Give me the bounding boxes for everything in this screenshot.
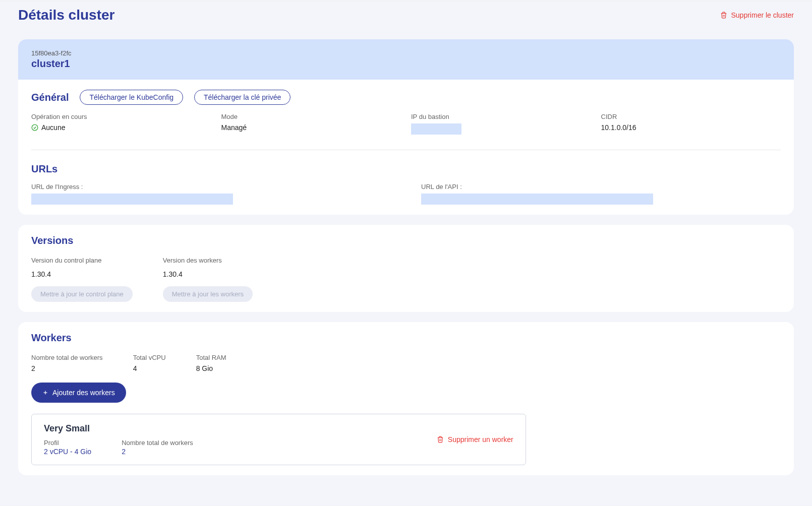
ingress-url-label: URL de l'Ingress : (31, 183, 391, 191)
bastion-ip-redacted (411, 123, 461, 135)
worker-type-card: Very Small Profil 2 vCPU - 4 Gio Nombre … (31, 414, 526, 465)
check-circle-icon (31, 124, 38, 131)
general-section: Général Télécharger le KubeConfig Téléch… (18, 80, 794, 147)
cluster-id: 15f80ea3-f2fc (31, 49, 781, 57)
mode-label: Mode (221, 113, 401, 120)
workers-version-label: Version des workers (163, 257, 253, 264)
trash-icon (720, 12, 727, 19)
plus-icon (42, 390, 48, 396)
worker-profile-label: Profil (44, 439, 91, 447)
total-workers-label: Nombre total de workers (31, 354, 103, 361)
cluster-header: 15f80ea3-f2fc cluster1 (18, 39, 794, 80)
bastion-ip-label: IP du bastion (411, 113, 591, 120)
delete-worker-label: Supprimer un worker (448, 435, 513, 444)
api-url-label: URL de l'API : (421, 183, 781, 191)
delete-cluster-button[interactable]: Supprimer le cluster (720, 11, 794, 19)
worker-type-name: Very Small (44, 423, 193, 434)
delete-worker-button[interactable]: Supprimer un worker (437, 435, 513, 444)
add-workers-button[interactable]: Ajouter des workers (31, 383, 126, 403)
versions-card: Versions Version du control plane 1.30.4… (18, 225, 794, 312)
worker-profile-value: 2 vCPU - 4 Gio (44, 448, 91, 456)
download-kubeconfig-button[interactable]: Télécharger le KubeConfig (80, 90, 183, 105)
svg-point-0 (32, 124, 38, 131)
workers-card: Workers Nombre total de workers 2 Total … (18, 322, 794, 475)
worker-count-value: 2 (122, 448, 193, 456)
urls-title: URLs (31, 163, 781, 175)
update-control-plane-button: Mettre à jour le control plane (31, 286, 133, 302)
add-workers-label: Ajouter des workers (52, 389, 115, 397)
ingress-url-redacted (31, 194, 233, 205)
cluster-detail-card: 15f80ea3-f2fc cluster1 Général Télécharg… (18, 39, 794, 215)
total-ram-value: 8 Gio (196, 364, 226, 372)
total-workers-value: 2 (31, 364, 103, 372)
general-title: Général (31, 92, 69, 103)
page-title: Détails cluster (18, 7, 114, 23)
trash-icon (437, 436, 444, 443)
total-vcpu-label: Total vCPU (133, 354, 166, 361)
urls-section: URLs URL de l'Ingress : URL de l'API : (18, 153, 794, 215)
worker-count-label: Nombre total de workers (122, 439, 193, 447)
operation-label: Opération en cours (31, 113, 211, 120)
total-vcpu-value: 4 (133, 364, 166, 372)
total-ram-label: Total RAM (196, 354, 226, 361)
update-workers-button: Mettre à jour les workers (163, 286, 253, 302)
cidr-label: CIDR (601, 113, 781, 120)
versions-title: Versions (31, 235, 781, 246)
control-plane-version-value: 1.30.4 (31, 270, 133, 278)
mode-value: Managé (221, 123, 401, 132)
control-plane-version-label: Version du control plane (31, 257, 133, 264)
workers-version-value: 1.30.4 (163, 270, 253, 278)
workers-title: Workers (31, 332, 781, 344)
delete-cluster-label: Supprimer le cluster (731, 11, 794, 19)
download-private-key-button[interactable]: Télécharger la clé privée (194, 90, 291, 105)
cluster-name: cluster1 (31, 58, 781, 70)
api-url-redacted (421, 194, 653, 205)
cidr-value: 10.1.0.0/16 (601, 123, 781, 132)
operation-value: Aucune (41, 123, 65, 132)
